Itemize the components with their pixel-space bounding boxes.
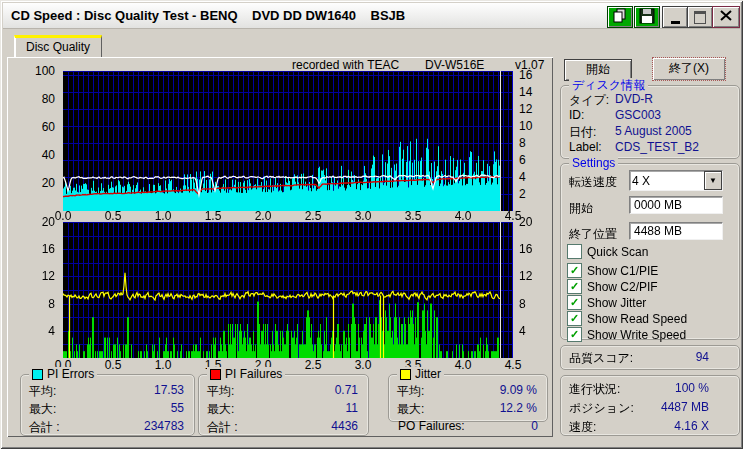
stat-row: 平均:0.71 xyxy=(207,383,358,398)
start-position-label: 開始 xyxy=(569,200,593,217)
checkbox-show-c2-pif[interactable]: ✓Show C2/PIF xyxy=(567,279,658,294)
axis-tick-label: 2.5 xyxy=(298,358,328,372)
transfer-rate-label: 転送速度 xyxy=(569,174,617,191)
disc-quality-panel: recorded with TEAC DV-W516E v1.07 100806… xyxy=(7,57,553,437)
transfer-rate-value: 4 X xyxy=(630,174,704,188)
axis-tick-label: 4 xyxy=(519,324,526,338)
top-chart-x-axis: 0.00.51.01.52.02.53.03.54.04.5 xyxy=(63,209,513,222)
axis-tick-label: 3.0 xyxy=(348,209,378,223)
bottom-chart-left-axis: 20161284 xyxy=(17,222,59,358)
pi-failures-title: PI Failures xyxy=(225,367,282,381)
axis-tick-label: 0.5 xyxy=(98,209,128,223)
window-title: CD Speed : Disc Quality Test - BENQ DVD … xyxy=(11,8,405,23)
top-chart-left-axis: 10080604020 xyxy=(17,71,59,211)
end-position-label: 終了位置 xyxy=(569,226,617,243)
axis-tick-label: 16 xyxy=(519,242,532,256)
axis-tick-label: 20 xyxy=(42,215,55,229)
exit-button[interactable]: 終了(X) xyxy=(652,57,726,81)
axis-tick-label: 2 xyxy=(519,187,526,201)
axis-tick-label: 4 xyxy=(48,324,55,338)
disc-info-row: 日付:5 August 2005 xyxy=(569,124,729,139)
axis-tick-label: 12 xyxy=(519,269,532,283)
close-button[interactable] xyxy=(712,6,740,28)
chevron-down-icon[interactable]: ▼ xyxy=(704,171,722,190)
disc-info-title: ディスク情報 xyxy=(572,77,645,94)
axis-tick-label: 4.0 xyxy=(448,358,478,372)
axis-tick-label: 14 xyxy=(519,85,532,99)
progress-row: ポジション:4487 MB xyxy=(569,400,709,415)
settings-group: Settings 転送速度 4 X ▼ 開始 終了位置 Quick Scan ✓… xyxy=(560,163,740,340)
po-failures-value: 0 xyxy=(531,419,538,433)
stat-row: 合計 :234783 xyxy=(29,419,184,434)
jitter-stats-group: Jitter 平均:9.09 % 最大:12.2 % xyxy=(388,374,548,422)
checkbox-icon xyxy=(567,244,582,259)
checkbox-show-c1-pie[interactable]: ✓Show C1/PIE xyxy=(567,263,658,278)
axis-tick-label: 40 xyxy=(42,148,55,162)
axis-tick-label: 1.0 xyxy=(148,358,178,372)
axis-tick-label: 20 xyxy=(42,176,55,190)
stat-row: 平均:9.09 % xyxy=(397,383,537,398)
axis-tick-label: 16 xyxy=(519,68,532,82)
stat-row: 最大:11 xyxy=(207,401,358,416)
axis-tick-label: 6 xyxy=(519,153,526,167)
axis-tick-label: 2.0 xyxy=(248,209,278,223)
maximize-icon xyxy=(694,11,706,24)
minimize-icon xyxy=(671,21,680,24)
recorded-with-label: recorded with TEAC xyxy=(292,58,399,72)
axis-tick-label: 2.5 xyxy=(298,209,328,223)
checkbox-icon: ✓ xyxy=(567,263,582,278)
quality-score-value: 94 xyxy=(696,350,709,364)
po-failures-row: PO Failures: 0 xyxy=(398,419,546,434)
bottom-chart-x-axis: 0.00.51.01.52.02.53.03.54.04.5 xyxy=(63,358,513,371)
axis-tick-label: 12 xyxy=(42,269,55,283)
pi-failures-jitter-chart xyxy=(63,222,513,358)
copy-to-clipboard-button[interactable] xyxy=(607,6,633,28)
axis-tick-label: 4 xyxy=(519,170,526,184)
copy-icon xyxy=(611,8,629,27)
top-chart-right-axis: 161412108642 xyxy=(516,71,546,211)
pi-errors-title: PI Errors xyxy=(47,367,94,381)
progress-group: 進行状況:100 % ポジション:4487 MB 速度:4.16 X xyxy=(560,375,740,436)
disc-info-row: Label:CDS_TEST_B2 xyxy=(569,140,729,155)
checkbox-quick-scan[interactable]: Quick Scan xyxy=(567,244,648,259)
axis-tick-label: 8 xyxy=(519,297,526,311)
pi-errors-chart xyxy=(63,71,513,211)
save-icon xyxy=(639,8,655,27)
quality-score-row: 品質スコア: 94 xyxy=(569,350,709,365)
checkbox-icon: ✓ xyxy=(567,279,582,294)
axis-tick-label: 8 xyxy=(519,136,526,150)
stat-row: 最大:55 xyxy=(29,401,184,416)
axis-tick-label: 4.0 xyxy=(448,209,478,223)
checkbox-show-read-speed[interactable]: ✓Show Read Speed xyxy=(567,311,687,326)
axis-tick-label: 100 xyxy=(35,64,55,78)
disc-info-row: ID:GSC003 xyxy=(569,108,729,123)
checkbox-icon: ✓ xyxy=(567,327,582,342)
tab-label: Disc Quality xyxy=(26,40,90,54)
disc-info-row: タイプ:DVD-R xyxy=(569,92,729,107)
pi-errors-swatch-icon xyxy=(32,369,43,380)
bottom-chart-right-axis: 20161284 xyxy=(516,222,546,358)
jitter-swatch-icon xyxy=(400,369,411,380)
stat-row: 合計 :4436 xyxy=(207,419,358,434)
end-position-input[interactable] xyxy=(629,222,723,240)
axis-tick-label: 4.5 xyxy=(498,358,528,372)
axis-tick-label: 3.0 xyxy=(348,358,378,372)
window-titlebar[interactable]: CD Speed : Disc Quality Test - BENQ DVD … xyxy=(3,3,740,29)
po-failures-label: PO Failures: xyxy=(398,419,465,433)
maximize-button[interactable] xyxy=(687,6,713,28)
axis-tick-label: 3.5 xyxy=(398,209,428,223)
stat-row: 最大:12.2 % xyxy=(397,401,537,416)
save-button[interactable] xyxy=(634,6,660,28)
progress-row: 速度:4.16 X xyxy=(569,419,709,434)
axis-tick-label: 8 xyxy=(48,297,55,311)
axis-tick-label: 1.5 xyxy=(198,209,228,223)
checkbox-show-jitter[interactable]: ✓Show Jitter xyxy=(567,295,646,310)
minimize-button[interactable] xyxy=(662,6,688,28)
checkbox-show-write-speed[interactable]: ✓Show Write Speed xyxy=(567,327,686,342)
pi-failures-stats-group: PI Failures 平均:0.71 最大:11 合計 :4436 xyxy=(198,374,369,436)
transfer-rate-select[interactable]: 4 X ▼ xyxy=(629,170,723,191)
start-position-input[interactable] xyxy=(629,196,723,214)
axis-tick-label: 20 xyxy=(519,215,532,229)
stat-row: 平均:17.53 xyxy=(29,383,184,398)
checkbox-icon: ✓ xyxy=(567,311,582,326)
